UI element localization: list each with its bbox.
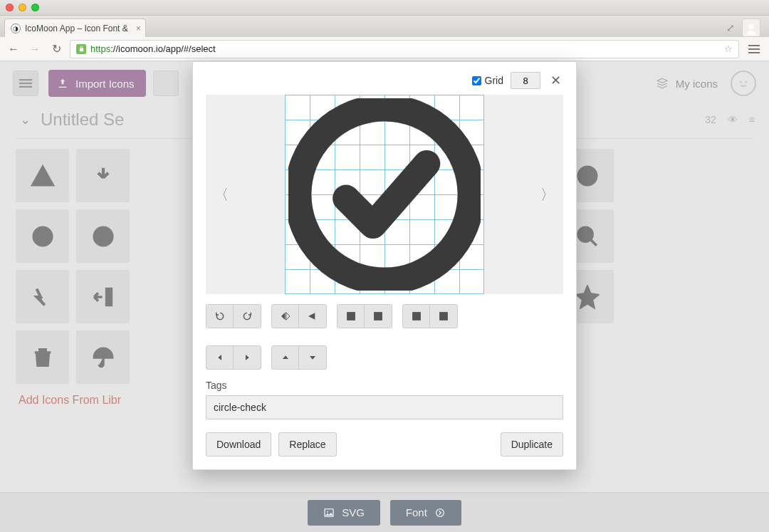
browser-toolbar: ← → ↻ https://icomoon.io/app/#/select ☆: [0, 37, 769, 61]
profile-avatar-icon[interactable]: [742, 19, 760, 37]
chrome-menu-button[interactable]: [745, 40, 763, 58]
tags-input[interactable]: [206, 395, 563, 419]
download-button[interactable]: Download: [206, 432, 271, 457]
move-left-button[interactable]: [206, 346, 234, 369]
favicon-icon: ◑: [11, 24, 21, 33]
scale-up-button[interactable]: [365, 305, 392, 328]
grid-label-text: Grid: [485, 75, 503, 86]
app-viewport: Import Icons My icons ⌄ Untitled Se 32 👁…: [0, 61, 769, 532]
circle-check-icon: [285, 95, 484, 294]
forward-button[interactable]: →: [27, 41, 43, 57]
mac-window-chrome: [0, 0, 769, 16]
align-right-button[interactable]: [430, 305, 457, 328]
reload-button[interactable]: ↻: [48, 41, 64, 57]
scale-down-button[interactable]: [338, 305, 365, 328]
lock-icon: [76, 44, 86, 54]
grid-size-input[interactable]: [511, 72, 540, 89]
tab-title: IcoMoon App – Icon Font &: [25, 24, 128, 33]
fullscreen-icon[interactable]: ⤢: [726, 22, 735, 33]
rotate-cw-button[interactable]: [234, 305, 261, 328]
move-right-button[interactable]: [234, 346, 261, 369]
mac-zoom-dot[interactable]: [31, 4, 39, 11]
mac-minimize-dot[interactable]: [19, 4, 26, 11]
mac-close-dot[interactable]: [6, 4, 14, 11]
next-icon-button[interactable]: 〉: [536, 181, 559, 209]
bookmark-star-icon[interactable]: ☆: [724, 43, 733, 54]
rotate-ccw-button[interactable]: [206, 305, 234, 328]
svg-point-0: [749, 24, 754, 29]
preview-area: 〈 〉: [206, 95, 563, 294]
preview-canvas: [285, 95, 484, 294]
back-button[interactable]: ←: [6, 41, 21, 57]
edit-toolbar: [206, 304, 563, 370]
browser-tab[interactable]: ◑ IcoMoon App – Icon Font & ×: [4, 19, 146, 37]
modal-close-button[interactable]: ✕: [548, 73, 563, 88]
svg-rect-26: [349, 314, 352, 318]
grid-checkbox[interactable]: [472, 76, 481, 85]
browser-tab-strip: ◑ IcoMoon App – Icon Font & × ⤢: [0, 16, 769, 37]
tab-close-icon[interactable]: ×: [136, 24, 141, 33]
flip-horizontal-button[interactable]: [272, 305, 299, 328]
icon-edit-modal: Grid ✕ 〈 〉: [192, 61, 577, 470]
duplicate-button[interactable]: Duplicate: [501, 432, 563, 457]
move-up-button[interactable]: [272, 346, 299, 369]
prev-icon-button[interactable]: 〈: [210, 181, 233, 209]
flip-vertical-button[interactable]: [299, 305, 326, 328]
address-bar[interactable]: https://icomoon.io/app/#/select ☆: [70, 40, 739, 58]
grid-checkbox-label[interactable]: Grid: [472, 75, 503, 86]
align-left-button[interactable]: [403, 305, 430, 328]
tags-label: Tags: [206, 380, 563, 391]
url-https: https: [90, 43, 110, 54]
replace-button[interactable]: Replace: [278, 432, 336, 457]
move-down-button[interactable]: [299, 346, 326, 369]
url-rest: ://icomoon.io/app/#/select: [110, 43, 215, 54]
